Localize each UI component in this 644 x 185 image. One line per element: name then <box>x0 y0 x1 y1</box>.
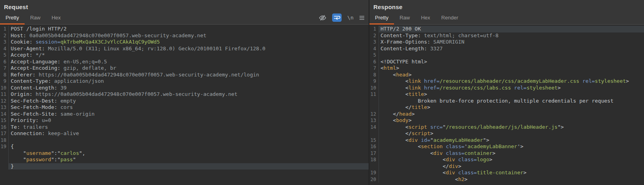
line-number: 3 <box>0 39 9 46</box>
code-token: ":" <box>51 156 60 162</box>
code-text: "username":"carlos", <box>9 150 369 157</box>
line-number: 11 <box>0 91 9 98</box>
code-text: </head> <box>379 111 644 118</box>
request-panel-title: Request <box>4 4 28 10</box>
line-number: 13 <box>369 117 379 124</box>
code-line: Broken brute-force protection, multiple … <box>369 98 644 105</box>
code-token: Mozilla/5.0 (X11; Linux x86_64; rv:128.0… <box>48 46 265 51</box>
code-line: 11 <title> <box>369 91 644 98</box>
code-token: Content-Type: <box>381 32 424 38</box>
line-number: 15 <box>0 117 9 124</box>
line-number: 19 <box>0 143 9 150</box>
line-number <box>369 163 379 170</box>
code-token: < <box>381 170 446 175</box>
code-line: 18 <box>0 137 369 144</box>
code-text: <body> <box>379 117 644 124</box>
code-token: > <box>408 117 411 123</box>
code-token: same-origin <box>60 111 94 117</box>
code-token: > <box>396 65 399 71</box>
code-line: </script> <box>369 130 644 137</box>
code-token <box>421 85 424 91</box>
code-token: academyLabHeader <box>433 137 483 143</box>
code-line: </div> <box>369 163 644 170</box>
code-text: <div class=logo> <box>379 156 644 163</box>
response-editor[interactable]: 1HTTP/2 200 OK2Content-Type: text/html; … <box>369 25 644 185</box>
line-number: 1 <box>369 26 379 32</box>
code-text: <div class=container> <box>379 150 644 157</box>
code-text: Origin: https://0a0a005b04dad472948c070e… <box>9 91 369 98</box>
tab-hex[interactable]: Hex <box>46 13 66 25</box>
code-token <box>418 137 421 143</box>
line-number <box>0 156 9 163</box>
line-number: 19 <box>369 170 379 176</box>
code-line: 9Content-Type: application/json <box>0 78 369 85</box>
line-number: 2 <box>369 32 379 39</box>
code-line: 1POST /login HTTP/2 <box>0 26 369 32</box>
line-number: 6 <box>369 59 379 65</box>
code-text: Content-Length: 39 <box>9 85 369 92</box>
code-token: body <box>396 117 408 123</box>
code-text: X-Frame-Options: SAMEORIGIN <box>379 39 644 46</box>
line-number: 4 <box>369 46 379 52</box>
code-token: html <box>384 65 396 71</box>
code-token: < <box>381 137 408 143</box>
line-number: 5 <box>369 52 379 59</box>
code-line: "username":"carlos", <box>0 150 369 157</box>
code-text: Content-Type: application/json <box>9 78 369 85</box>
code-token: id= <box>421 137 430 143</box>
code-token <box>579 78 582 84</box>
code-token: ", <box>79 150 85 156</box>
code-token <box>455 170 458 175</box>
code-text: <h2> <box>379 176 644 183</box>
line-number <box>369 130 379 137</box>
code-line: 19{ <box>0 143 369 150</box>
code-token: cors <box>60 104 73 110</box>
code-line: 5 <box>369 52 644 59</box>
tab-render[interactable]: Render <box>436 13 464 25</box>
code-token: script <box>411 130 430 136</box>
code-token: trailers <box>23 124 48 130</box>
line-number: 18 <box>0 137 9 144</box>
code-token: > <box>411 111 415 117</box>
tab-pretty[interactable]: Pretty <box>369 13 394 25</box>
code-token: gzip, deflate, br <box>63 65 116 71</box>
code-token: h2 <box>458 176 465 182</box>
tab-pretty[interactable]: Pretty <box>0 13 25 25</box>
code-token: < <box>381 150 433 156</box>
code-token: > <box>430 130 433 136</box>
code-text: } <box>9 163 369 170</box>
tab-hex[interactable]: Hex <box>415 13 436 25</box>
tab-raw[interactable]: Raw <box>25 13 46 25</box>
code-line: 15Priority: u=0 <box>0 117 369 124</box>
code-line: 10Content-Length: 39 <box>0 85 369 92</box>
request-editor[interactable]: 1POST /login HTTP/22Host: 0a0a005b04dad4… <box>0 25 369 185</box>
menu-icon[interactable] <box>359 15 365 20</box>
code-token: < <box>381 156 446 162</box>
code-token: /resources/labheader/js/labHeader.js <box>446 124 557 130</box>
code-token: div <box>446 170 455 175</box>
code-token: POST /login HTTP/2 <box>11 26 67 32</box>
code-line: 7Accept-Encoding: gzip, deflate, br <box>0 65 369 72</box>
code-token: text/html; charset=utf-8 <box>424 32 499 38</box>
line-number: 10 <box>0 85 9 92</box>
code-token: 39 <box>60 85 67 91</box>
newline-chars-icon[interactable]: \n <box>347 15 354 21</box>
word-wrap-icon[interactable] <box>332 13 342 22</box>
code-text: Sec-Fetch-Site: same-origin <box>9 111 369 118</box>
line-number: 6 <box>0 59 9 65</box>
line-number: 3 <box>369 39 379 46</box>
code-token: < <box>381 85 408 91</box>
code-text: <title> <box>379 91 644 98</box>
tab-raw[interactable]: Raw <box>394 13 415 25</box>
code-token: username <box>26 150 51 156</box>
code-token: carlos <box>60 150 79 156</box>
code-token <box>421 78 424 84</box>
code-token: div <box>449 163 458 169</box>
code-token: </ <box>381 130 411 136</box>
hide-nonprintable-icon[interactable] <box>319 15 327 21</box>
line-number <box>0 150 9 157</box>
code-text: "password":"pass" <box>9 156 369 163</box>
code-line: "password":"pass" <box>0 156 369 163</box>
code-token: > <box>557 85 561 91</box>
code-line: 4User-Agent: Mozilla/5.0 (X11; Linux x86… <box>0 46 369 52</box>
